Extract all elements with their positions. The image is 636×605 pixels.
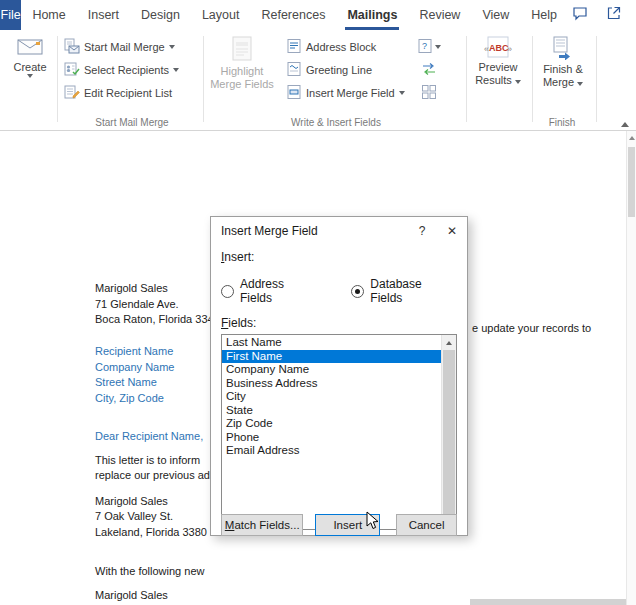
merge-field-line: Company Name xyxy=(95,360,226,376)
tab-layout[interactable]: Layout xyxy=(191,0,251,30)
list-item[interactable]: Company Name xyxy=(222,363,441,377)
start-mail-merge-icon xyxy=(64,38,80,56)
dialog-title: Insert Merge Field xyxy=(221,224,318,238)
list-item[interactable]: Phone xyxy=(222,431,441,445)
match-fields-button[interactable] xyxy=(418,60,440,80)
database-fields-radio-label[interactable]: Database Fields xyxy=(370,277,457,305)
chevron-down-icon xyxy=(173,68,179,72)
tab-insert[interactable]: Insert xyxy=(77,0,130,30)
tab-references[interactable]: References xyxy=(250,0,336,30)
chevron-down-icon xyxy=(169,45,175,49)
listbox-scrollbar-thumb[interactable] xyxy=(443,350,455,514)
envelope-icon xyxy=(17,36,43,60)
scroll-up-arrow[interactable] xyxy=(627,131,636,144)
vertical-scrollbar[interactable] xyxy=(626,131,636,605)
tab-home[interactable]: Home xyxy=(21,0,76,30)
start-mail-merge-label: Start Mail Merge xyxy=(84,41,165,53)
comments-button[interactable] xyxy=(568,4,592,26)
horizontal-scrollbar[interactable] xyxy=(470,599,626,605)
svg-text:ABC: ABC xyxy=(489,43,509,53)
address-fields-radio-label[interactable]: Address Fields xyxy=(240,277,319,305)
greeting-line-icon xyxy=(286,61,302,79)
chevron-up-icon xyxy=(621,122,629,127)
address-block-label: Address Block xyxy=(306,41,376,53)
cancel-button[interactable]: Cancel xyxy=(396,514,457,536)
tab-view[interactable]: View xyxy=(471,0,520,30)
svg-text:»: » xyxy=(507,44,512,54)
list-item[interactable]: Last Name xyxy=(222,336,441,350)
highlight-merge-fields-label-2: Merge Fields xyxy=(210,78,274,90)
doc-line: Boca Raton, Florida 33428 xyxy=(95,312,226,328)
update-labels-button[interactable] xyxy=(418,83,440,103)
select-recipients-label: Select Recipients xyxy=(84,64,169,76)
edit-recipient-list-button[interactable]: Edit Recipient List xyxy=(64,84,172,102)
svg-text:?: ? xyxy=(422,41,427,51)
list-item[interactable]: State xyxy=(222,404,441,418)
edit-recipient-list-label: Edit Recipient List xyxy=(84,87,172,99)
address-fields-radio[interactable] xyxy=(221,285,234,298)
salutation-line: Dear Recipient Name, xyxy=(95,429,226,445)
chevron-down-icon xyxy=(435,45,441,49)
list-item[interactable]: Zip Code xyxy=(222,417,441,431)
list-item-selected[interactable]: First Name xyxy=(222,350,441,364)
list-item[interactable]: City xyxy=(222,390,441,404)
doc-line: Marigold Sales xyxy=(95,494,226,510)
dialog-titlebar[interactable]: Insert Merge Field ? ✕ xyxy=(211,217,467,245)
ribbon-tab-bar: File Home Insert Design Layout Reference… xyxy=(0,0,636,30)
database-fields-radio[interactable] xyxy=(351,285,364,298)
preview-results-label-2: Results xyxy=(475,74,521,86)
insert-merge-field-label: Insert Merge Field xyxy=(306,87,395,99)
finish-merge-label-1: Finish & xyxy=(543,63,583,75)
tab-design[interactable]: Design xyxy=(130,0,191,30)
highlight-merge-fields-button[interactable]: Highlight Merge Fields xyxy=(210,36,274,90)
group-divider xyxy=(532,36,533,122)
document-body[interactable]: Marigold Sales 71 Glendale Ave. Boca Rat… xyxy=(95,281,226,605)
merge-fields-listbox[interactable]: Last Name First Name Company Name Busine… xyxy=(221,334,457,530)
dialog-help-button[interactable]: ? xyxy=(407,217,437,245)
create-button-label: Create xyxy=(13,61,46,73)
listbox-scroll-up-arrow[interactable] xyxy=(442,335,456,350)
match-fields-dialog-button[interactable]: Match Fields... xyxy=(221,514,303,536)
address-block-icon xyxy=(286,38,302,56)
doc-line: Marigold Sales xyxy=(95,281,226,297)
tab-help[interactable]: Help xyxy=(520,0,568,30)
greeting-line-button[interactable]: Greeting Line xyxy=(286,61,372,79)
finish-merge-button[interactable]: Finish & Merge xyxy=(536,36,590,88)
doc-line: 71 Glendale Ave. xyxy=(95,297,226,313)
scrollbar-thumb[interactable] xyxy=(628,147,635,217)
tab-mailings[interactable]: Mailings xyxy=(336,0,408,30)
group-divider xyxy=(57,36,58,122)
chevron-down-icon xyxy=(27,74,33,78)
tab-file[interactable]: File xyxy=(0,0,21,30)
insert-merge-field-button[interactable]: Insert Merge Field xyxy=(286,84,405,102)
mouse-cursor xyxy=(366,511,380,535)
address-block-button[interactable]: Address Block xyxy=(286,38,376,56)
doc-line: 7 Oak Valley St. xyxy=(95,509,226,525)
create-button[interactable]: Create xyxy=(6,36,54,78)
collapse-ribbon-button[interactable] xyxy=(616,117,634,131)
tabbar-right-icons xyxy=(568,0,636,30)
tab-review[interactable]: Review xyxy=(408,0,471,30)
listbox-scrollbar[interactable] xyxy=(441,335,456,529)
doc-line: Lakeland, Florida 3380 xyxy=(95,525,226,541)
highlight-merge-fields-label-1: Highlight xyxy=(221,65,264,77)
group-label-finish: Finish xyxy=(532,117,592,128)
select-recipients-button[interactable]: Select Recipients xyxy=(64,61,179,79)
share-button[interactable] xyxy=(602,4,626,26)
list-item[interactable]: Business Address xyxy=(222,377,441,391)
list-item[interactable]: Email Address xyxy=(222,444,441,458)
doc-line: With the following new xyxy=(95,564,226,580)
doc-line-right-fragment: e update your records to xyxy=(472,321,591,337)
dialog-body: Insert: Address Fields Database Fields F… xyxy=(211,250,467,542)
finish-merge-label-2: Merge xyxy=(543,76,583,88)
chevron-down-icon xyxy=(515,80,521,84)
merge-field-line: City, Zip Code xyxy=(95,391,226,407)
insert-section-label: Insert: xyxy=(221,250,457,264)
dialog-close-button[interactable]: ✕ xyxy=(437,217,467,245)
match-fields-icon xyxy=(421,61,437,79)
preview-results-label-1: Preview xyxy=(478,61,517,73)
preview-results-button[interactable]: «ABC» Preview Results xyxy=(470,36,526,86)
rules-button[interactable]: ? xyxy=(418,37,440,57)
start-mail-merge-button[interactable]: Start Mail Merge xyxy=(64,38,175,56)
group-divider xyxy=(466,36,467,122)
